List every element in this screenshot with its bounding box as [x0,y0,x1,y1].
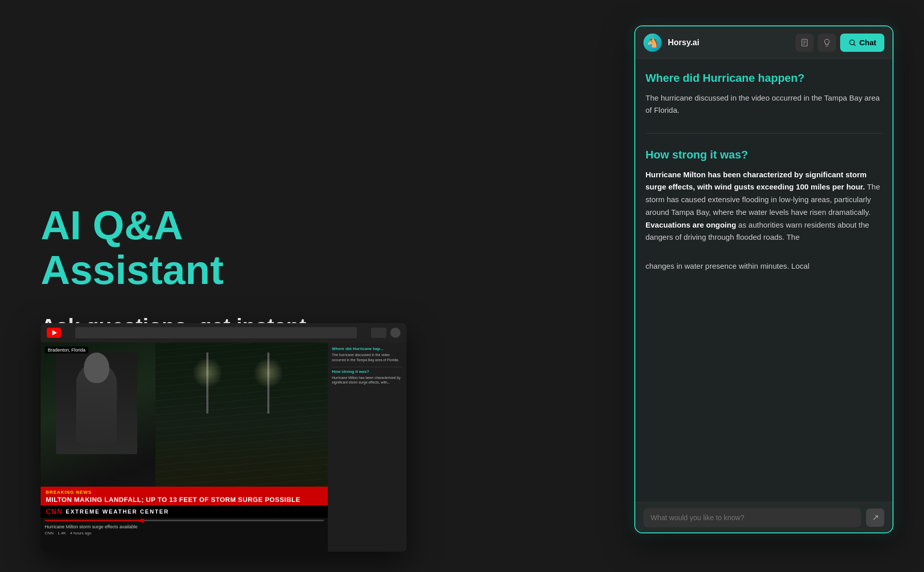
answer-1: The hurricane discussed in the video occ… [645,92,882,117]
video-controls[interactable]: Hurricane Milton storm surge effects ava… [41,518,328,552]
yt-search-bar[interactable] [75,327,357,338]
video-sidebar: Where did Hurricane hap... The hurricane… [328,342,407,552]
reporter-area [56,353,137,454]
sidebar-a1: The hurricane discussed in the video occ… [332,353,403,363]
send-button[interactable]: ↗ [866,509,884,527]
panel-header: 🐴 Horsy.ai [635,26,892,59]
rain-overlay [156,342,328,505]
progress-dot [140,519,144,523]
sidebar-q2: How strong it was? [332,369,403,374]
reporter-silhouette [76,363,117,444]
horsy-avatar: 🐴 [643,34,662,52]
answer-tail: changes in water presence within minutes… [645,260,882,273]
answer-2-bold2: Evacuations are ongoing [645,220,736,229]
lightbulb-icon [822,38,831,47]
video-meta: Hurricane Milton storm surge effects ava… [45,524,324,529]
breaking-text: MILTON MAKING LANDFALL; UP TO 13 FEET OF… [46,496,323,503]
main-title: AI Q&A Assistant [41,203,366,293]
youtube-logo [47,328,61,338]
qa-divider [645,133,882,134]
chat-button-label: Chat [859,38,876,47]
video-mockup: Bradenton, Florida BREAKING NEWS MILTON … [41,323,407,552]
document-icon [800,38,809,47]
search-icon [848,39,856,47]
qa-block-1: Where did Hurricane happen? The hurrican… [645,71,882,117]
answer-tail-text: changes in water presence within minutes… [645,262,810,270]
chat-panel: 🐴 Horsy.ai [634,25,894,533]
street-background [156,342,328,505]
answer-2: Hurricane Milton has been characterized … [645,169,882,244]
header-icons: Chat [795,34,884,52]
video-player[interactable]: Bradenton, Florida BREAKING NEWS MILTON … [41,342,328,552]
brand-name: Horsy.ai [668,38,789,47]
breaking-label: BREAKING NEWS [46,490,323,495]
transcript-button[interactable] [795,34,814,52]
chat-input[interactable] [643,508,861,527]
qa-block-2: How strong it was? Hurricane Milton has … [645,148,882,244]
progress-fill [45,520,142,521]
yt-logo-icon [47,328,61,338]
yt-icon-area [371,328,386,338]
question-2: How strong it was? [645,148,882,163]
sidebar-a2: Hurricane Milton has been characterized … [332,375,403,386]
location-badge: Bradenton, Florida [45,346,88,354]
question-1: Where did Hurricane happen? [645,71,882,86]
youtube-bar [41,323,407,342]
video-area: Bradenton, Florida BREAKING NEWS MILTON … [41,342,407,552]
video-channel: CNN [45,531,53,535]
chat-tab-button[interactable]: Chat [840,34,884,52]
reporter-head [84,353,109,383]
cnn-brand-bar: CNN EXTREME WEATHER CENTER [41,505,328,518]
sidebar-q1: Where did Hurricane hap... [332,346,403,351]
yt-avatar [390,328,401,338]
yt-play-triangle [52,330,57,335]
video-views: 1.4K [57,531,66,535]
sidebar-divider [332,367,403,367]
avatar-emoji: 🐴 [647,37,658,48]
answer-1-text: The hurricane discussed in the video occ… [645,93,880,115]
cnn-logo: CNN [46,507,63,516]
svg-line-5 [854,44,855,46]
video-scene: Bradenton, Florida BREAKING NEWS MILTON … [41,342,328,505]
panel-content[interactable]: Where did Hurricane happen? The hurrican… [635,59,892,502]
input-area: ↗ [635,502,892,532]
video-duration: 4 hours ago [70,531,91,535]
send-icon: ↗ [872,513,879,522]
video-stats-row: CNN 1.4K 4 hours ago [45,531,324,535]
suggestions-button[interactable] [818,34,836,52]
cnn-lower-third: BREAKING NEWS MILTON MAKING LANDFALL; UP… [41,487,328,505]
progress-bar[interactable] [45,520,324,521]
svg-point-4 [849,40,854,44]
video-title: Hurricane Milton storm surge effects ava… [45,524,324,529]
sidebar-chat-preview: Where did Hurricane hap... The hurricane… [328,342,407,552]
extreme-weather-label: EXTREME WEATHER CENTER [66,509,169,515]
answer-2-bold1: Hurricane Milton has been characterized … [645,170,867,192]
